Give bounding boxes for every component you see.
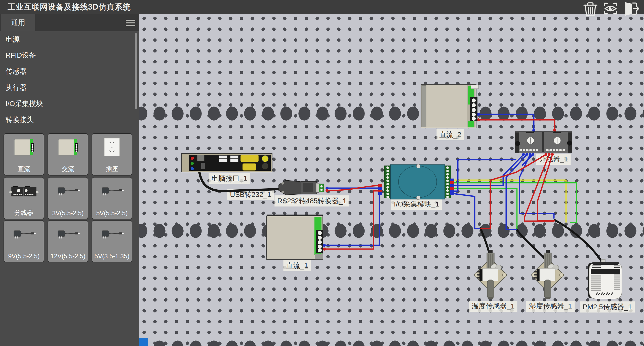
card-ac[interactable]: 交流 xyxy=(48,133,88,176)
card-label: 插座 xyxy=(92,165,132,173)
panel-tabstrip: 通用 xyxy=(0,14,139,31)
adapter-thumb xyxy=(97,224,127,246)
category-menu: 电源 RFID设备 传感器 执行器 I/O采集模块 转换接头 xyxy=(0,31,139,128)
card-splitter[interactable]: 分线器 xyxy=(4,177,44,219)
card-label: 5V(3.5-1.35) xyxy=(92,253,132,260)
preview-icon[interactable] xyxy=(603,2,618,15)
pm25-cable[interactable] xyxy=(555,220,603,263)
adapter-thumb xyxy=(53,224,83,246)
card-label: 3V(5.5-2.5) xyxy=(48,210,88,217)
scene-layer xyxy=(139,14,644,346)
card-dc[interactable]: 直流 xyxy=(4,133,44,176)
device-io-module[interactable] xyxy=(378,164,454,200)
serial-port xyxy=(240,155,259,162)
dc-psu-thumb xyxy=(9,137,39,159)
component-panel: 通用 电源 RFID设备 传感器 执行器 I/O采集模块 转换接头 直流 xyxy=(0,14,139,346)
socket-thumb xyxy=(97,137,127,159)
device-temp-sensor[interactable] xyxy=(474,250,507,299)
device-pm25-sensor[interactable] xyxy=(588,259,622,299)
card-label: 12V(5.5-2.5) xyxy=(48,253,88,260)
wire-red[interactable] xyxy=(323,191,380,249)
splitter-thumb xyxy=(8,181,40,203)
selection-indicator xyxy=(139,338,148,346)
card-socket[interactable]: 插座 xyxy=(92,133,132,176)
menu-item-power[interactable]: 电源 xyxy=(0,31,139,47)
wire-blue[interactable] xyxy=(477,114,534,131)
exit-icon[interactable] xyxy=(623,1,639,17)
adapter-thumb xyxy=(53,181,83,203)
adapter-thumb xyxy=(9,224,39,246)
card-label: 直流 xyxy=(4,165,44,173)
card-5v-small[interactable]: 5V(3.5-1.35) xyxy=(92,220,132,262)
wire-red[interactable] xyxy=(477,120,555,131)
ac-psu-thumb xyxy=(53,137,83,159)
tab-general[interactable]: 通用 xyxy=(1,14,35,31)
card-label: 分线器 xyxy=(4,209,44,217)
delete-icon[interactable] xyxy=(583,1,598,17)
menu-item-sensor[interactable]: 传感器 xyxy=(0,63,139,80)
device-dc1[interactable] xyxy=(266,215,323,260)
humidity-cable[interactable] xyxy=(516,229,547,262)
card-9v[interactable]: 9V(5.5-2.5) xyxy=(4,220,44,262)
wire-yellow[interactable] xyxy=(452,180,566,222)
wire-red[interactable] xyxy=(538,155,554,221)
menu-icon[interactable] xyxy=(126,20,135,26)
title-bar: 工业互联网设备及接线3D仿真系统 xyxy=(0,0,644,14)
wire-blue[interactable] xyxy=(323,193,380,245)
menu-item-rfid[interactable]: RFID设备 xyxy=(0,47,139,63)
card-3v[interactable]: 3V(5.5-2.5) xyxy=(48,177,88,219)
device-dc2[interactable] xyxy=(421,84,478,128)
app-title: 工业互联网设备及接线3D仿真系统 xyxy=(8,0,131,14)
device-pc-interface[interactable] xyxy=(182,154,272,172)
menu-scrollbar[interactable] xyxy=(135,33,137,109)
vga-port xyxy=(243,163,256,170)
card-12v[interactable]: 12V(5.5-2.5) xyxy=(48,220,88,262)
device-humidity-sensor[interactable] xyxy=(531,250,564,299)
simulation-viewport[interactable]: 直流_2 分线器_1 电脑接口_1 USB转232_1 RS232转485转换器… xyxy=(139,14,644,346)
card-label: 交流 xyxy=(48,165,88,173)
device-splitter1[interactable] xyxy=(515,132,572,153)
card-label: 5V(5.5-2.5) xyxy=(92,210,132,217)
menu-item-adapter[interactable]: 转换接头 xyxy=(0,112,139,128)
menu-item-io[interactable]: I/O采集模块 xyxy=(0,96,139,112)
card-label: 9V(5.5-2.5) xyxy=(4,253,44,260)
card-5v[interactable]: 5V(5.5-2.5) xyxy=(92,177,132,219)
adapter-thumb xyxy=(97,181,127,203)
usb-port xyxy=(197,155,204,161)
wire-red[interactable] xyxy=(481,155,546,229)
device-rs232-485[interactable] xyxy=(279,180,324,195)
menu-item-actuator[interactable]: 执行器 xyxy=(0,80,139,96)
wire-blue[interactable] xyxy=(452,193,479,229)
